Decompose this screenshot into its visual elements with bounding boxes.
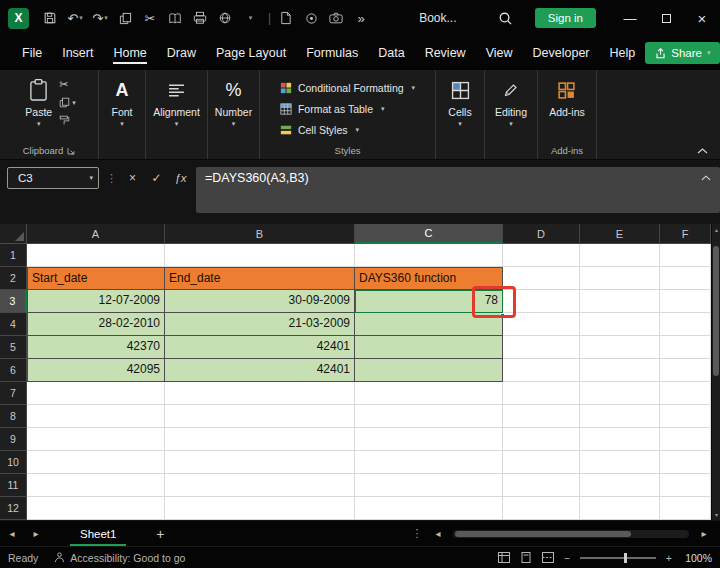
cell-F11[interactable]	[660, 474, 711, 497]
tab-home[interactable]: Home	[103, 37, 156, 69]
cell-C10[interactable]	[355, 451, 503, 474]
cell-F1[interactable]	[660, 244, 711, 267]
cell-F12[interactable]	[660, 497, 711, 520]
paste-button[interactable]: Paste ▾	[20, 74, 57, 143]
sign-in-button[interactable]: Sign in	[535, 8, 596, 28]
zoom-in-button[interactable]: +	[666, 552, 672, 564]
cell-F8[interactable]	[660, 405, 711, 428]
page-break-view-button[interactable]	[542, 552, 554, 563]
cell-F2[interactable]	[660, 267, 711, 290]
row-header-4[interactable]: 4	[0, 313, 27, 336]
row-header-6[interactable]: 6	[0, 359, 27, 382]
vscroll-down-arrow[interactable]: ▾	[712, 511, 720, 518]
enter-button[interactable]: ✓	[148, 167, 165, 189]
camera-icon[interactable]	[325, 5, 347, 31]
document-icon[interactable]	[275, 5, 297, 31]
cell-A2[interactable]: Start_date	[27, 267, 165, 290]
hscroll-right-arrow[interactable]: ▸	[692, 528, 716, 539]
cell-D8[interactable]	[503, 405, 580, 428]
excel-logo-icon[interactable]: X	[8, 8, 29, 29]
cell-A6[interactable]: 42095	[27, 359, 165, 382]
minimize-button[interactable]: —	[612, 0, 648, 36]
cell-A9[interactable]	[27, 428, 165, 451]
maximize-button[interactable]	[648, 0, 684, 36]
tab-review[interactable]: Review	[415, 37, 476, 69]
formula-input[interactable]: =DAYS360(A3,B3)	[196, 167, 720, 213]
cell-A5[interactable]: 42370	[27, 336, 165, 359]
cell-D6[interactable]	[503, 359, 580, 382]
cell-F9[interactable]	[660, 428, 711, 451]
cell-B7[interactable]	[165, 382, 355, 405]
column-header-E[interactable]: E	[580, 224, 660, 244]
sheet-nav-right-arrow[interactable]: ▸	[24, 528, 48, 539]
cell-A8[interactable]	[27, 405, 165, 428]
tab-file[interactable]: File	[12, 37, 52, 69]
tab-page-layout[interactable]: Page Layout	[206, 37, 296, 69]
cell-C12[interactable]	[355, 497, 503, 520]
cut-icon[interactable]: ✂	[139, 5, 161, 31]
touch-mode-icon[interactable]	[300, 5, 322, 31]
cell-D5[interactable]	[503, 336, 580, 359]
cell-C1[interactable]	[355, 244, 503, 267]
cell-B4[interactable]: 21-03-2009	[165, 313, 355, 336]
alignment-button[interactable]: Alignment ▾	[148, 74, 205, 158]
cell-F7[interactable]	[660, 382, 711, 405]
horizontal-scrollbar-thumb[interactable]	[455, 531, 631, 537]
cell-B3[interactable]: 30-09-2009	[165, 290, 355, 313]
cell-B9[interactable]	[165, 428, 355, 451]
column-header-C[interactable]: C	[355, 224, 503, 244]
redo-button[interactable]: ↷▾	[89, 5, 111, 31]
number-button[interactable]: % Number ▾	[210, 74, 257, 158]
tab-view[interactable]: View	[476, 37, 523, 69]
qat-dropdown-icon[interactable]: ▾	[239, 5, 261, 31]
cell-B10[interactable]	[165, 451, 355, 474]
cell-B11[interactable]	[165, 474, 355, 497]
undo-button[interactable]: ↶▾	[64, 5, 86, 31]
cell-F4[interactable]	[660, 313, 711, 336]
cell-E7[interactable]	[580, 382, 660, 405]
normal-view-button[interactable]	[498, 552, 510, 563]
copy-button[interactable]: ▾	[59, 96, 76, 109]
horizontal-scrollbar[interactable]	[453, 530, 689, 538]
cell-C8[interactable]	[355, 405, 503, 428]
cell-B5[interactable]: 42401	[165, 336, 355, 359]
cell-A7[interactable]	[27, 382, 165, 405]
cell-D1[interactable]	[503, 244, 580, 267]
qat-overflow-icon[interactable]: »	[350, 5, 372, 31]
cell-E2[interactable]	[580, 267, 660, 290]
cell-D7[interactable]	[503, 382, 580, 405]
tab-developer[interactable]: Developer	[523, 37, 600, 69]
row-header-7[interactable]: 7	[0, 382, 27, 405]
cell-B2[interactable]: End_date	[165, 267, 355, 290]
format-painter-button[interactable]	[59, 114, 76, 127]
name-box-dropdown-icon[interactable]: ▾	[89, 175, 93, 181]
cell-B6[interactable]: 42401	[165, 359, 355, 382]
row-header-1[interactable]: 1	[0, 244, 27, 267]
cell-E5[interactable]	[580, 336, 660, 359]
page-layout-view-button[interactable]	[520, 552, 532, 563]
vertical-scrollbar-thumb[interactable]	[713, 246, 719, 376]
hscroll-left-arrow[interactable]: ◂	[426, 528, 450, 539]
add-ins-button[interactable]: Add-ins	[544, 74, 590, 143]
cell-A3[interactable]: 12-07-2009	[27, 290, 165, 313]
share-button[interactable]: Share ▾	[645, 42, 720, 64]
cell-F3[interactable]	[660, 290, 711, 313]
zoom-level-label[interactable]: 100%	[682, 552, 712, 564]
conditional-formatting-button[interactable]: Conditional Formatting ▾	[275, 77, 420, 98]
save-icon[interactable]	[39, 5, 61, 31]
cell-styles-button[interactable]: Cell Styles ▾	[275, 119, 420, 140]
tab-help[interactable]: Help	[600, 37, 646, 69]
vertical-scrollbar[interactable]: ▴ ▾	[711, 224, 720, 520]
vscroll-up-arrow[interactable]: ▴	[712, 226, 720, 233]
row-header-9[interactable]: 9	[0, 428, 27, 451]
sheet-tab-sheet1[interactable]: Sheet1	[64, 521, 132, 546]
row-header-11[interactable]: 11	[0, 474, 27, 497]
cell-E11[interactable]	[580, 474, 660, 497]
cell-A10[interactable]	[27, 451, 165, 474]
cell-E10[interactable]	[580, 451, 660, 474]
cell-E12[interactable]	[580, 497, 660, 520]
cell-E9[interactable]	[580, 428, 660, 451]
cell-C5[interactable]	[355, 336, 503, 359]
row-header-3[interactable]: 3	[0, 290, 27, 313]
row-header-12[interactable]: 12	[0, 497, 27, 520]
